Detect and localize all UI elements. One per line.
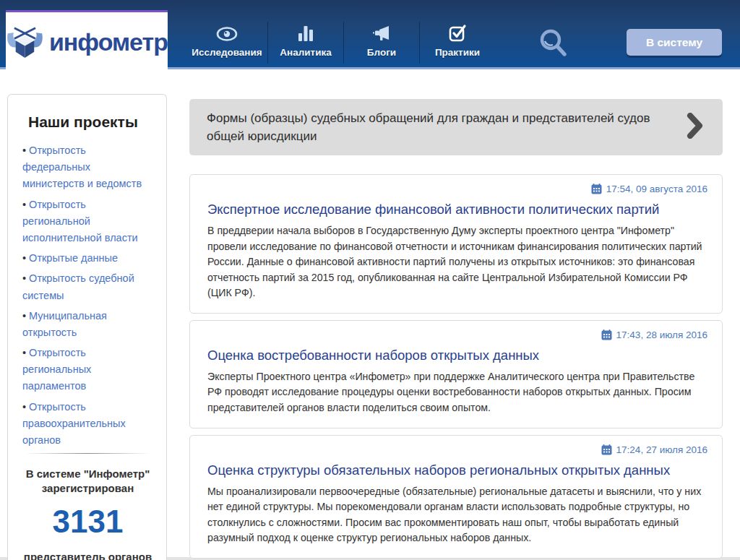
main-content: Формы (образцы) судебных обращений для г…: [189, 99, 723, 560]
post-date-text: 17:54, 09 августа 2016: [606, 184, 707, 194]
post-body: Мы проанализировали первоочередные (обяз…: [207, 484, 707, 546]
post-title-link[interactable]: Экспертное исследование финансовой актив…: [207, 202, 707, 217]
sidebar-link-municipal[interactable]: Муниципальная открытость: [22, 310, 107, 338]
nav-item-practices[interactable]: Практики: [419, 22, 495, 64]
post-date: 17:24, 27 июля 2016: [207, 444, 707, 455]
calendar-icon: [601, 329, 612, 340]
sidebar-link-law-enforcement[interactable]: Открытость правоохранительных органов: [22, 401, 126, 446]
nav-label: Аналитика: [280, 47, 331, 58]
sidebar-item: Открытость федеральных министерств и вед…: [22, 142, 153, 193]
post-date-text: 17:24, 27 июля 2016: [616, 444, 707, 455]
login-button[interactable]: В систему: [627, 29, 722, 56]
logo-text: инфометр: [49, 28, 168, 56]
chevron-right-icon: [687, 113, 704, 139]
bar-chart-icon: [296, 25, 315, 42]
post-title-link[interactable]: Оценка востребованности наборов открытых…: [207, 348, 707, 363]
post-card: 17:43, 28 июля 2016 Оценка востребованно…: [189, 320, 723, 428]
post-card: 17:54, 09 августа 2016 Экспертное исслед…: [189, 174, 723, 314]
sidebar-item: Открытость судебной системы: [22, 270, 153, 303]
nav-label: Блоги: [367, 47, 396, 58]
sidebar-item: Открытость правоохранительных органов: [22, 399, 153, 449]
sidebar-title: Наши проекты: [28, 113, 153, 131]
nav-item-blogs[interactable]: Блоги: [343, 22, 419, 64]
post-card: 17:24, 27 июля 2016 Оценка структуры обя…: [189, 435, 723, 559]
post-date: 17:43, 28 июля 2016: [207, 329, 707, 340]
sidebar-item: Муниципальная открытость: [22, 308, 153, 341]
infometer-logo-icon: [6, 23, 44, 61]
sidebar-link-federal-ministries[interactable]: Открытость федеральных министерств и вед…: [22, 145, 142, 189]
eye-icon: [215, 26, 238, 42]
registered-count: 3131: [22, 504, 153, 540]
post-date-text: 17:43, 28 июля 2016: [616, 329, 707, 340]
post-body: Эксперты Проектного центра «Инфометр» пр…: [207, 369, 707, 416]
search-icon[interactable]: [537, 27, 570, 64]
megaphone-icon: [371, 25, 392, 42]
calendar-icon: [601, 444, 612, 455]
sidebar-link-open-data[interactable]: Открытые данные: [29, 252, 118, 264]
post-date: 17:54, 09 августа 2016: [207, 184, 707, 194]
main-navigation: Исследования Аналитика Блоги: [186, 22, 495, 64]
checkbox-icon: [448, 24, 467, 42]
nav-item-research[interactable]: Исследования: [186, 22, 267, 64]
registered-caption: В системе "Инфометр" зарегистрирован: [22, 467, 153, 495]
sidebar-item: Открытость региональной исполнительной в…: [22, 197, 153, 247]
nav-label: Практики: [435, 47, 480, 58]
post-title-link[interactable]: Оценка структуры обязательных наборов ре…: [207, 462, 707, 478]
sidebar: Наши проекты Открытость федеральных мини…: [7, 94, 167, 560]
banner-text: Формы (образцы) судебных обращений для г…: [207, 109, 655, 146]
logo[interactable]: инфометр: [6, 10, 168, 72]
sidebar-item: Открытость региональных парламентов: [22, 345, 153, 395]
sidebar-item: Открытые данные: [22, 250, 153, 267]
post-body: В преддверии начала выборов в Государств…: [207, 223, 707, 301]
divider: [25, 453, 150, 454]
sidebar-link-regional-parliaments[interactable]: Открытость региональных парламентов: [22, 347, 91, 392]
registered-caption-2: представитель органов власти: [22, 550, 153, 560]
projects-list: Открытость федеральных министерств и вед…: [22, 142, 153, 449]
sidebar-link-judicial-system[interactable]: Открытость судебной системы: [22, 272, 134, 301]
nav-label: Исследования: [192, 47, 262, 58]
calendar-icon: [591, 184, 602, 194]
sidebar-link-regional-executive[interactable]: Открытость региональной исполнительной в…: [22, 199, 138, 244]
featured-banner[interactable]: Формы (образцы) судебных обращений для г…: [189, 99, 723, 155]
nav-item-analytics[interactable]: Аналитика: [267, 22, 343, 64]
